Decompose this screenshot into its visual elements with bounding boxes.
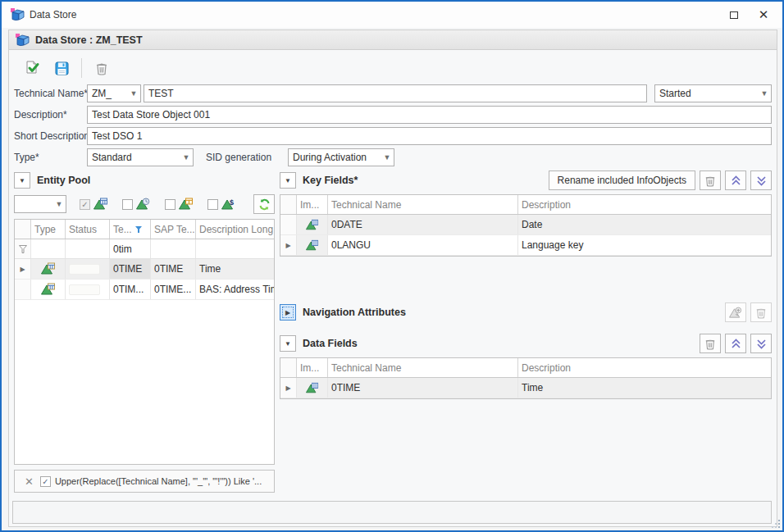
filter-expression-text[interactable]: Upper(Replace([Technical Name], "'_'", "… (55, 476, 269, 486)
filter-cell-description-long[interactable] (196, 239, 274, 258)
table-row[interactable]: ▶ 0TIME Time (280, 378, 771, 398)
entity-pool-title: Entity Pool (37, 175, 90, 186)
column-header-description-long[interactable]: Description Long (196, 220, 274, 239)
row-description-cell: Time (518, 378, 771, 398)
chevron-down-icon: ▼ (180, 153, 193, 161)
description-input[interactable] (87, 106, 772, 124)
rename-included-infoobjects-button[interactable]: Rename included InfoObjects (549, 171, 695, 190)
row-focus-cell: ▶ (15, 259, 31, 279)
infoobject-char-icon (306, 239, 318, 252)
expand-navigation-attributes-button[interactable]: ▶ (280, 304, 296, 321)
move-key-field-up-button[interactable] (725, 171, 746, 190)
key-fields-table-header: Im... Technical Name Description (280, 195, 771, 215)
delete-icon (704, 175, 716, 187)
description-label: Description* (14, 106, 67, 124)
move-data-field-down-button[interactable] (750, 334, 772, 353)
filter-cell-status[interactable] (66, 239, 110, 258)
maximize-icon (730, 11, 738, 19)
column-header-technical-name[interactable]: Technical Name (328, 195, 518, 214)
filter-enabled-checkbox[interactable]: ✓ (40, 476, 51, 487)
entity-type-combo[interactable]: ▼ (14, 195, 66, 213)
delete-navigation-attribute-button[interactable] (750, 302, 772, 322)
data-fields-table-header: Im... Technical Name Description (280, 358, 771, 378)
row-status-cell (66, 280, 110, 299)
object-status-combo[interactable]: Started ▼ (654, 84, 772, 102)
delete-button[interactable] (89, 57, 115, 80)
delete-icon (755, 307, 767, 319)
row-description-cell: Time (196, 259, 274, 279)
row-import-cell (297, 215, 328, 234)
technical-name-prefix-combo[interactable]: ZM_ ▼ (87, 84, 141, 102)
row-focus-icon: ▶ (20, 266, 25, 273)
status-badge (69, 264, 100, 275)
infoobject-keyfigure-icon: $ (221, 198, 235, 211)
column-header-description[interactable]: Description (518, 358, 771, 377)
row-description-cell: Date (518, 215, 771, 234)
time-characteristics-checkbox[interactable] (122, 199, 133, 210)
short-description-label: Short Description (14, 127, 89, 145)
row-technical-name-cell: 0TIME (110, 259, 151, 279)
status-badge (69, 284, 100, 295)
characteristics-checkbox[interactable]: ✓ (80, 199, 90, 210)
collapse-data-fields-button[interactable]: ▼ (280, 335, 296, 352)
entity-pool-filter-footer: ✕ ✓ Upper(Replace([Technical Name], "'_'… (14, 470, 275, 493)
refresh-button[interactable] (253, 194, 275, 214)
row-technical-name-cell: 0DATE (328, 215, 518, 234)
collapse-entity-pool-button[interactable]: ▼ (14, 172, 30, 189)
type-combo[interactable]: Standard ▼ (87, 148, 194, 166)
technical-name-row: Technical Name* ZM_ ▼ Started ▼ (9, 84, 770, 102)
navigation-attributes-panel: ▶ Navigation Attributes (280, 302, 772, 323)
chevron-down-icon: ▼ (381, 153, 394, 161)
resize-grip-icon[interactable] (771, 519, 782, 530)
sid-generation-label: SID generation (206, 148, 271, 166)
collapse-key-fields-button[interactable]: ▼ (280, 172, 296, 189)
row-focus-cell (280, 215, 297, 234)
table-row[interactable]: 0DATE Date (280, 215, 771, 235)
activate-button[interactable] (19, 57, 45, 80)
maximize-button[interactable] (720, 2, 748, 28)
move-up-icon (731, 175, 741, 186)
titlebar: Data Store ✕ (2, 2, 782, 28)
move-down-icon (756, 175, 767, 186)
short-description-row: Short Description (9, 127, 770, 145)
column-header-type[interactable]: Type (31, 220, 66, 239)
column-header-import[interactable]: Im... (297, 195, 328, 214)
filter-funnel-icon (19, 245, 27, 253)
chevron-down-icon: ▼ (758, 89, 771, 98)
technical-name-input[interactable] (144, 84, 647, 102)
clear-filter-button[interactable]: ✕ (25, 475, 34, 488)
data-store-icon (16, 34, 30, 47)
move-key-field-down-button[interactable] (750, 171, 772, 190)
column-header-technical-name[interactable]: Te... (110, 220, 151, 239)
table-row[interactable]: ▶ 0TIME 0TIME Time (15, 259, 274, 280)
column-header-import[interactable]: Im... (297, 358, 328, 377)
save-button[interactable] (48, 57, 75, 80)
filter-cell-technical-name[interactable]: 0tim (110, 239, 151, 258)
filter-cell-sap-technical-name[interactable] (151, 239, 196, 258)
row-focus-cell (15, 280, 31, 299)
key-figures-checkbox[interactable] (207, 199, 218, 210)
infoobject-char-icon (41, 283, 55, 296)
column-header-status[interactable]: Status (66, 220, 110, 239)
infoobject-time-icon (136, 198, 150, 211)
column-header-description[interactable]: Description (518, 195, 771, 214)
short-description-input[interactable] (87, 127, 772, 145)
type-label: Type* (14, 148, 39, 166)
table-row[interactable]: 0TIM... 0TIME... BAS: Address Time ... (15, 280, 274, 300)
chevron-down-icon: ▼ (285, 177, 291, 184)
units-checkbox[interactable] (165, 199, 175, 210)
close-button[interactable]: ✕ (750, 2, 777, 28)
infoobject-char-icon (306, 219, 318, 231)
filter-cell-type[interactable] (31, 239, 66, 258)
row-focus-icon: ▶ (285, 384, 290, 392)
add-navigation-attribute-button[interactable] (725, 302, 746, 322)
column-header-sap-technical-name[interactable]: SAP Te... (151, 220, 196, 239)
move-data-field-up-button[interactable] (725, 334, 746, 353)
move-up-icon (731, 339, 741, 349)
delete-data-field-button[interactable] (700, 334, 721, 353)
delete-key-field-button[interactable] (700, 171, 721, 190)
column-header-technical-name[interactable]: Technical Name (328, 358, 518, 377)
entity-pool-toolbar: ▼ ✓ (14, 193, 275, 216)
table-row[interactable]: ▶ 0LANGU Language key (280, 235, 771, 256)
sid-generation-combo[interactable]: During Activation ▼ (288, 148, 394, 166)
